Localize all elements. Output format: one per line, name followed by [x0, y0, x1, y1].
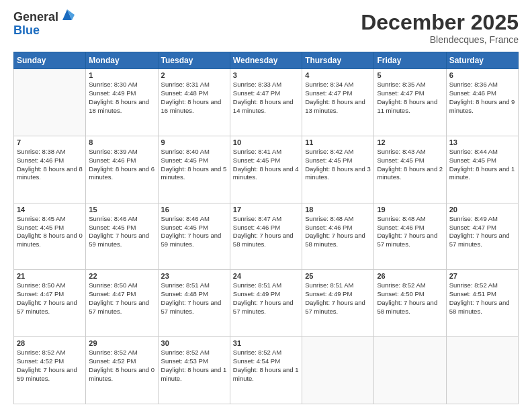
table-row: 18 Sunrise: 8:48 AMSunset: 4:46 PMDaylig… [302, 203, 374, 270]
day-number: 2 [161, 71, 227, 79]
table-row: 5 Sunrise: 8:35 AMSunset: 4:47 PMDayligh… [374, 69, 446, 136]
day-number: 26 [377, 272, 443, 280]
table-row: 2 Sunrise: 8:31 AMSunset: 4:48 PMDayligh… [158, 69, 230, 136]
table-row: 26 Sunrise: 8:52 AMSunset: 4:50 PMDaylig… [374, 270, 446, 337]
table-row: 11 Sunrise: 8:42 AMSunset: 4:45 PMDaylig… [302, 136, 374, 203]
table-row: 1 Sunrise: 8:30 AMSunset: 4:49 PMDayligh… [86, 69, 158, 136]
day-number: 4 [305, 71, 371, 79]
calendar-table: Sunday Monday Tuesday Wednesday Thursday… [13, 52, 519, 404]
day-number: 27 [449, 272, 515, 280]
day-info: Sunrise: 8:47 AMSunset: 4:46 PMDaylight:… [233, 215, 294, 248]
day-number: 25 [305, 272, 371, 280]
table-row: 7 Sunrise: 8:38 AMSunset: 4:46 PMDayligh… [14, 136, 86, 203]
day-number: 18 [305, 205, 371, 214]
day-info: Sunrise: 8:40 AMSunset: 4:45 PMDaylight:… [161, 148, 227, 181]
table-row: 17 Sunrise: 8:47 AMSunset: 4:46 PMDaylig… [230, 203, 302, 270]
header-wednesday: Wednesday [230, 52, 302, 69]
day-number: 13 [449, 138, 515, 146]
calendar-week-row: 14 Sunrise: 8:45 AMSunset: 4:45 PMDaylig… [14, 203, 519, 270]
day-number: 1 [89, 71, 154, 79]
day-number: 11 [305, 138, 371, 146]
day-info: Sunrise: 8:44 AMSunset: 4:45 PMDaylight:… [449, 148, 515, 181]
table-row [446, 337, 518, 404]
day-number: 20 [449, 205, 515, 214]
day-number: 9 [161, 138, 227, 146]
day-info: Sunrise: 8:36 AMSunset: 4:46 PMDaylight:… [449, 81, 515, 113]
header-thursday: Thursday [302, 52, 374, 69]
header-tuesday: Tuesday [158, 52, 230, 69]
table-row: 31 Sunrise: 8:52 AMSunset: 4:54 PMDaylig… [230, 337, 302, 404]
logo-blue-text: Blue [13, 24, 75, 38]
table-row: 22 Sunrise: 8:50 AMSunset: 4:47 PMDaylig… [86, 270, 158, 337]
table-row: 14 Sunrise: 8:45 AMSunset: 4:45 PMDaylig… [14, 203, 86, 270]
day-info: Sunrise: 8:41 AMSunset: 4:45 PMDaylight:… [233, 148, 299, 181]
table-row: 16 Sunrise: 8:46 AMSunset: 4:45 PMDaylig… [158, 203, 230, 270]
day-info: Sunrise: 8:46 AMSunset: 4:45 PMDaylight:… [161, 215, 222, 248]
day-info: Sunrise: 8:52 AMSunset: 4:51 PMDaylight:… [449, 281, 510, 314]
day-info: Sunrise: 8:50 AMSunset: 4:47 PMDaylight:… [89, 281, 149, 314]
day-number: 16 [161, 205, 227, 214]
day-info: Sunrise: 8:52 AMSunset: 4:52 PMDaylight:… [89, 349, 154, 381]
day-info: Sunrise: 8:52 AMSunset: 4:53 PMDaylight:… [161, 349, 227, 381]
month-title: December 2025 [361, 11, 519, 34]
logo-general-text: General [13, 11, 58, 24]
calendar-header-row: Sunday Monday Tuesday Wednesday Thursday… [14, 52, 519, 69]
page: General Blue December 2025 Blendecques, … [0, 0, 532, 411]
table-row: 27 Sunrise: 8:52 AMSunset: 4:51 PMDaylig… [446, 270, 518, 337]
table-row: 23 Sunrise: 8:51 AMSunset: 4:48 PMDaylig… [158, 270, 230, 337]
day-number: 24 [233, 272, 299, 280]
day-info: Sunrise: 8:45 AMSunset: 4:45 PMDaylight:… [17, 215, 83, 248]
table-row [374, 337, 446, 404]
day-info: Sunrise: 8:51 AMSunset: 4:49 PMDaylight:… [305, 281, 365, 314]
table-row: 19 Sunrise: 8:48 AMSunset: 4:46 PMDaylig… [374, 203, 446, 270]
table-row: 6 Sunrise: 8:36 AMSunset: 4:46 PMDayligh… [446, 69, 518, 136]
header-monday: Monday [86, 52, 158, 69]
day-info: Sunrise: 8:33 AMSunset: 4:47 PMDaylight:… [233, 81, 294, 113]
day-info: Sunrise: 8:51 AMSunset: 4:49 PMDaylight:… [233, 281, 294, 314]
day-number: 22 [89, 272, 154, 280]
day-number: 10 [233, 138, 299, 146]
logo-icon [60, 8, 75, 21]
day-info: Sunrise: 8:48 AMSunset: 4:46 PMDaylight:… [305, 215, 365, 248]
table-row: 3 Sunrise: 8:33 AMSunset: 4:47 PMDayligh… [230, 69, 302, 136]
day-info: Sunrise: 8:38 AMSunset: 4:46 PMDaylight:… [17, 148, 83, 181]
table-row: 20 Sunrise: 8:49 AMSunset: 4:47 PMDaylig… [446, 203, 518, 270]
day-number: 12 [377, 138, 443, 146]
day-number: 14 [17, 205, 83, 214]
day-number: 3 [233, 71, 299, 79]
day-number: 15 [89, 205, 154, 214]
day-info: Sunrise: 8:48 AMSunset: 4:46 PMDaylight:… [377, 215, 437, 248]
day-number: 8 [89, 138, 154, 146]
day-number: 6 [449, 71, 515, 79]
table-row: 30 Sunrise: 8:52 AMSunset: 4:53 PMDaylig… [158, 337, 230, 404]
table-row [302, 337, 374, 404]
calendar-week-row: 21 Sunrise: 8:50 AMSunset: 4:47 PMDaylig… [14, 270, 519, 337]
day-info: Sunrise: 8:52 AMSunset: 4:50 PMDaylight:… [377, 281, 437, 314]
day-info: Sunrise: 8:39 AMSunset: 4:46 PMDaylight:… [89, 148, 154, 181]
day-info: Sunrise: 8:49 AMSunset: 4:47 PMDaylight:… [449, 215, 510, 248]
table-row: 10 Sunrise: 8:41 AMSunset: 4:45 PMDaylig… [230, 136, 302, 203]
table-row: 29 Sunrise: 8:52 AMSunset: 4:52 PMDaylig… [86, 337, 158, 404]
day-info: Sunrise: 8:42 AMSunset: 4:45 PMDaylight:… [305, 148, 371, 181]
logo: General Blue [13, 11, 75, 38]
day-info: Sunrise: 8:34 AMSunset: 4:47 PMDaylight:… [305, 81, 365, 113]
table-row: 24 Sunrise: 8:51 AMSunset: 4:49 PMDaylig… [230, 270, 302, 337]
day-info: Sunrise: 8:50 AMSunset: 4:47 PMDaylight:… [17, 281, 77, 314]
day-info: Sunrise: 8:52 AMSunset: 4:54 PMDaylight:… [233, 349, 299, 381]
day-number: 29 [89, 339, 154, 347]
day-info: Sunrise: 8:30 AMSunset: 4:49 PMDaylight:… [89, 81, 149, 113]
day-number: 7 [17, 138, 83, 146]
day-info: Sunrise: 8:43 AMSunset: 4:45 PMDaylight:… [377, 148, 443, 181]
day-info: Sunrise: 8:31 AMSunset: 4:48 PMDaylight:… [161, 81, 222, 113]
table-row: 15 Sunrise: 8:46 AMSunset: 4:45 PMDaylig… [86, 203, 158, 270]
day-number: 31 [233, 339, 299, 347]
table-row: 28 Sunrise: 8:52 AMSunset: 4:52 PMDaylig… [14, 337, 86, 404]
table-row: 9 Sunrise: 8:40 AMSunset: 4:45 PMDayligh… [158, 136, 230, 203]
table-row: 4 Sunrise: 8:34 AMSunset: 4:47 PMDayligh… [302, 69, 374, 136]
header-saturday: Saturday [446, 52, 518, 69]
day-info: Sunrise: 8:46 AMSunset: 4:45 PMDaylight:… [89, 215, 149, 248]
day-number: 5 [377, 71, 443, 79]
table-row: 8 Sunrise: 8:39 AMSunset: 4:46 PMDayligh… [86, 136, 158, 203]
table-row: 13 Sunrise: 8:44 AMSunset: 4:45 PMDaylig… [446, 136, 518, 203]
day-number: 23 [161, 272, 227, 280]
